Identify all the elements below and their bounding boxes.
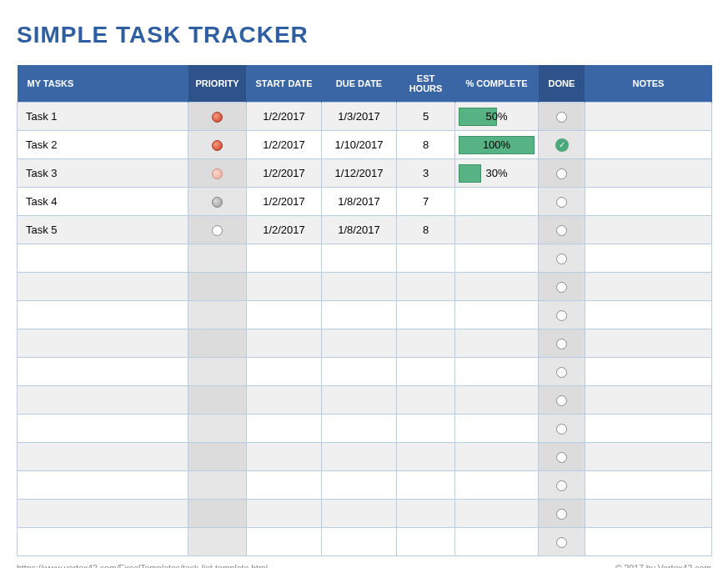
notes-cell[interactable]: [585, 386, 712, 415]
priority-cell[interactable]: [188, 131, 247, 159]
notes-cell[interactable]: [585, 329, 712, 358]
start-date-cell[interactable]: 1/2/2017: [247, 216, 322, 244]
priority-cell[interactable]: [188, 386, 247, 415]
done-cell[interactable]: [539, 103, 585, 131]
task-name-cell[interactable]: Task 3: [18, 159, 188, 188]
due-date-cell[interactable]: [322, 443, 397, 471]
pct-complete-cell[interactable]: 100%: [455, 131, 539, 159]
priority-cell[interactable]: [188, 415, 247, 443]
priority-cell[interactable]: [188, 443, 247, 471]
notes-cell[interactable]: [585, 188, 712, 216]
notes-cell[interactable]: [585, 159, 712, 188]
start-date-cell[interactable]: [247, 329, 322, 358]
notes-cell[interactable]: [585, 103, 712, 131]
notes-cell[interactable]: [585, 443, 712, 471]
priority-cell[interactable]: [188, 358, 247, 386]
est-hours-cell[interactable]: 3: [397, 159, 455, 188]
done-cell[interactable]: [539, 415, 585, 443]
est-hours-cell[interactable]: [397, 329, 455, 358]
due-date-cell[interactable]: 1/8/2017: [322, 216, 397, 244]
done-cell[interactable]: ✓: [539, 131, 585, 159]
notes-cell[interactable]: [585, 301, 712, 329]
notes-cell[interactable]: [585, 273, 712, 301]
start-date-cell[interactable]: 1/2/2017: [247, 159, 322, 188]
start-date-cell[interactable]: 1/2/2017: [247, 131, 322, 159]
start-date-cell[interactable]: [247, 273, 322, 301]
task-name-cell[interactable]: [18, 500, 188, 528]
pct-complete-cell[interactable]: [455, 216, 539, 244]
notes-cell[interactable]: [585, 471, 712, 500]
est-hours-cell[interactable]: [397, 443, 455, 471]
task-name-cell[interactable]: [18, 358, 188, 386]
done-cell[interactable]: [539, 244, 585, 273]
priority-cell[interactable]: [188, 244, 247, 273]
est-hours-cell[interactable]: 8: [397, 216, 455, 244]
pct-complete-cell[interactable]: 50%: [455, 103, 539, 131]
pct-complete-cell[interactable]: [455, 244, 539, 273]
start-date-cell[interactable]: 1/2/2017: [247, 188, 322, 216]
due-date-cell[interactable]: 1/8/2017: [322, 188, 397, 216]
task-name-cell[interactable]: Task 5: [18, 216, 188, 244]
done-cell[interactable]: [539, 329, 585, 358]
due-date-cell[interactable]: [322, 471, 397, 500]
notes-cell[interactable]: [585, 358, 712, 386]
priority-cell[interactable]: [188, 216, 247, 244]
priority-cell[interactable]: [188, 500, 247, 528]
task-name-cell[interactable]: [18, 244, 188, 273]
due-date-cell[interactable]: [322, 415, 397, 443]
est-hours-cell[interactable]: [397, 358, 455, 386]
start-date-cell[interactable]: [247, 443, 322, 471]
task-name-cell[interactable]: [18, 471, 188, 500]
pct-complete-cell[interactable]: [455, 273, 539, 301]
due-date-cell[interactable]: [322, 244, 397, 273]
pct-complete-cell[interactable]: [455, 471, 539, 500]
start-date-cell[interactable]: [247, 386, 322, 415]
done-cell[interactable]: [539, 273, 585, 301]
priority-cell[interactable]: [188, 329, 247, 358]
task-name-cell[interactable]: [18, 301, 188, 329]
priority-cell[interactable]: [188, 301, 247, 329]
done-cell[interactable]: [539, 443, 585, 471]
pct-complete-cell[interactable]: [455, 415, 539, 443]
task-name-cell[interactable]: [18, 329, 188, 358]
due-date-cell[interactable]: [322, 273, 397, 301]
pct-complete-cell[interactable]: [455, 528, 539, 556]
task-name-cell[interactable]: Task 2: [18, 131, 188, 159]
est-hours-cell[interactable]: 5: [397, 103, 455, 131]
due-date-cell[interactable]: 1/3/2017: [322, 103, 397, 131]
due-date-cell[interactable]: [322, 358, 397, 386]
done-cell[interactable]: [539, 188, 585, 216]
done-cell[interactable]: [539, 528, 585, 556]
start-date-cell[interactable]: [247, 528, 322, 556]
est-hours-cell[interactable]: [397, 415, 455, 443]
done-cell[interactable]: [539, 500, 585, 528]
done-cell[interactable]: [539, 471, 585, 500]
done-cell[interactable]: [539, 358, 585, 386]
start-date-cell[interactable]: [247, 471, 322, 500]
pct-complete-cell[interactable]: [455, 443, 539, 471]
due-date-cell[interactable]: 1/10/2017: [322, 131, 397, 159]
pct-complete-cell[interactable]: [455, 386, 539, 415]
priority-cell[interactable]: [188, 273, 247, 301]
start-date-cell[interactable]: [247, 244, 322, 273]
pct-complete-cell[interactable]: 30%: [455, 159, 539, 188]
notes-cell[interactable]: [585, 244, 712, 273]
task-name-cell[interactable]: [18, 386, 188, 415]
pct-complete-cell[interactable]: [455, 358, 539, 386]
est-hours-cell[interactable]: [397, 500, 455, 528]
priority-cell[interactable]: [188, 528, 247, 556]
task-name-cell[interactable]: [18, 443, 188, 471]
done-cell[interactable]: [539, 216, 585, 244]
notes-cell[interactable]: [585, 216, 712, 244]
done-cell[interactable]: [539, 159, 585, 188]
est-hours-cell[interactable]: 7: [397, 188, 455, 216]
due-date-cell[interactable]: [322, 528, 397, 556]
start-date-cell[interactable]: [247, 500, 322, 528]
start-date-cell[interactable]: [247, 415, 322, 443]
task-name-cell[interactable]: Task 4: [18, 188, 188, 216]
start-date-cell[interactable]: 1/2/2017: [247, 103, 322, 131]
pct-complete-cell[interactable]: [455, 301, 539, 329]
priority-cell[interactable]: [188, 471, 247, 500]
start-date-cell[interactable]: [247, 301, 322, 329]
est-hours-cell[interactable]: [397, 528, 455, 556]
